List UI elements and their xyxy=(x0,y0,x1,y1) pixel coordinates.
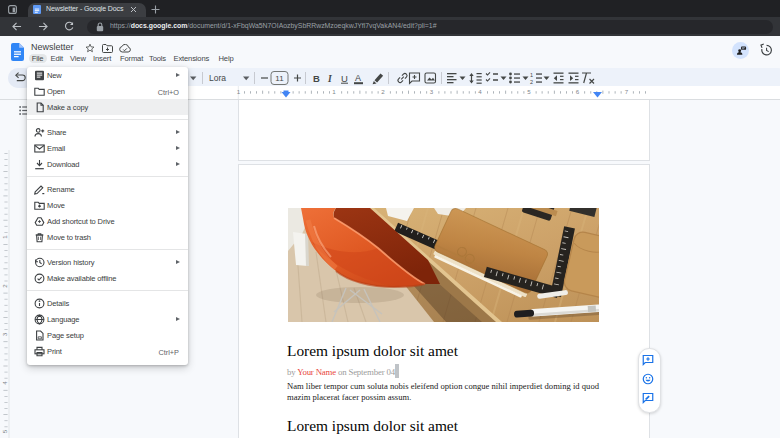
svg-text:4: 4 xyxy=(478,88,482,95)
svg-text:7: 7 xyxy=(625,88,629,95)
svg-text:2: 2 xyxy=(530,79,533,85)
svg-text:1: 1 xyxy=(530,72,533,78)
svg-text:3: 3 xyxy=(1,332,8,336)
svg-text:1: 1 xyxy=(1,235,8,239)
svg-text:6: 6 xyxy=(576,88,580,95)
svg-text:U: U xyxy=(341,73,348,84)
svg-text:2: 2 xyxy=(381,88,385,95)
svg-text:Lora: Lora xyxy=(209,73,226,83)
svg-text:1: 1 xyxy=(332,88,336,95)
svg-text:11: 11 xyxy=(275,74,284,83)
svg-text:2: 2 xyxy=(1,284,8,288)
svg-text:I: I xyxy=(327,74,332,84)
svg-text:3: 3 xyxy=(430,88,434,95)
svg-text:1: 1 xyxy=(237,88,241,95)
svg-text:4: 4 xyxy=(1,381,8,385)
svg-text:A: A xyxy=(355,73,361,83)
svg-text:B: B xyxy=(313,73,320,84)
svg-text:5: 5 xyxy=(527,88,531,95)
svg-text:5: 5 xyxy=(1,429,8,433)
